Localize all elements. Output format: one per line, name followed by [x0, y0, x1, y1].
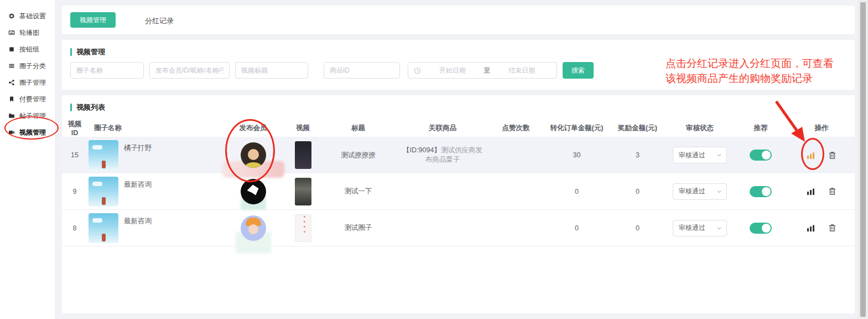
order-amount-cell: 0 [545, 173, 609, 209]
circle-name-input[interactable] [70, 62, 144, 79]
status-select[interactable]: 审核通过 [673, 220, 727, 236]
sidebar-item-post-management[interactable]: 帖子管理 [0, 107, 55, 124]
recommend-toggle[interactable] [750, 186, 772, 197]
scrollbar-thumb[interactable] [860, 2, 866, 317]
delete-icon[interactable] [828, 151, 837, 160]
likes-cell [487, 173, 545, 209]
member-input[interactable] [149, 62, 230, 79]
dividend-chart-icon[interactable] [806, 187, 815, 196]
status-cell: 审核通过 [667, 173, 733, 209]
circle-thumbnail [89, 140, 118, 170]
circle-thumbnail [89, 213, 118, 243]
video-thumbnail[interactable] [295, 178, 311, 205]
ops-cell [788, 173, 855, 209]
table-header-row: 视频ID 圈子名称 发布会员 视频 标题 关联商品 点赞次数 转化订单金额(元)… [62, 119, 855, 137]
member-avatar [241, 179, 266, 204]
sidebar-item-video-management[interactable]: 视频管理 [0, 124, 55, 141]
reward-amount-cell: 3 [609, 137, 667, 173]
recommend-cell [733, 137, 788, 173]
video-title-input[interactable] [235, 62, 308, 79]
list-icon [8, 62, 15, 70]
circle-name: 最新咨询 [124, 180, 152, 189]
tab-video-management[interactable]: 视频管理 [70, 12, 116, 28]
filters-row: 开始日期 至 结束日期 搜索 [62, 62, 594, 79]
video-cell [288, 137, 318, 173]
reward-amount-cell: 0 [609, 173, 667, 209]
sidebar-item-payment-management[interactable]: 付费管理 [0, 91, 55, 107]
tabs-card: 视频管理 分红记录 [62, 6, 855, 34]
title-cell: 测试圈子 [318, 210, 398, 246]
tab-dividend-records[interactable]: 分红记录 [145, 16, 174, 26]
likes-cell [487, 210, 545, 246]
sidebar-item-basic-settings[interactable]: 基础设置 [0, 8, 55, 24]
col-header: 推荐 [733, 119, 788, 137]
circle-cell: 最新咨询 [87, 173, 219, 209]
green-bar-decor [70, 48, 72, 56]
sidebar-item-label: 基础设置 [19, 12, 46, 21]
status-cell: 审核通过 [667, 137, 733, 173]
sidebar-item-circle-category[interactable]: 圈子分类 [0, 58, 55, 74]
col-header: 视频ID [62, 119, 87, 137]
chevron-down-icon [716, 152, 722, 158]
title-cell: 测试撩撩撩 [318, 137, 398, 173]
product-id-input[interactable] [324, 62, 400, 79]
status-select[interactable]: 审核通过 [673, 147, 727, 163]
member-avatar [241, 215, 266, 241]
order-amount-cell: 30 [545, 137, 609, 173]
sidebar-item-label: 付费管理 [19, 95, 46, 104]
col-header: 发布会员 [219, 119, 288, 137]
circle-name: 最新咨询 [124, 217, 152, 226]
delete-icon[interactable] [828, 187, 837, 196]
bookmark-icon [8, 95, 15, 103]
order-amount-cell: 0 [545, 210, 609, 246]
reward-amount-cell: 0 [609, 210, 667, 246]
recommend-cell [733, 173, 788, 209]
member-cell [219, 173, 288, 209]
sidebar-item-label: 帖子管理 [19, 111, 46, 121]
image-icon [8, 29, 15, 37]
table-row: 9 最新咨询 测试一下 0 0 审核通过 [62, 173, 855, 210]
status-select[interactable]: 审核通过 [673, 183, 727, 200]
col-header: 点赞次数 [487, 119, 545, 137]
video-thumbnail[interactable] [295, 214, 311, 242]
sidebar-item-button-group[interactable]: 按钮组 [0, 41, 55, 58]
video-thumbnail[interactable] [295, 141, 311, 169]
dividend-chart-icon[interactable] [806, 151, 815, 160]
product-cell: 【ID:9094】测试供应商发布商品栗子 [398, 137, 487, 173]
col-header: 审核状态 [667, 119, 733, 137]
ops-cell [788, 137, 855, 173]
date-range-picker[interactable]: 开始日期 至 结束日期 [408, 62, 557, 79]
product-id: 【ID:9094】 [403, 146, 441, 154]
recommend-cell [733, 210, 788, 246]
folder-icon [8, 112, 15, 120]
video-id-cell: 8 [62, 210, 87, 246]
circle-cell: 橘子打野 [87, 137, 219, 173]
col-header: 奖励金额(元) [609, 119, 667, 137]
sidebar-item-carousel[interactable]: 轮播图 [0, 24, 55, 41]
recommend-toggle[interactable] [750, 150, 772, 161]
video-id-cell: 9 [62, 173, 87, 209]
clock-icon [414, 67, 421, 74]
video-cell [288, 173, 318, 209]
start-date-placeholder: 开始日期 [423, 66, 482, 75]
table-section-title: 视频列表 [62, 95, 855, 112]
title-cell: 测试一下 [318, 173, 398, 209]
col-header: 操作 [788, 119, 855, 137]
video-camera-icon [8, 128, 15, 136]
table-row: 8 最新咨询 测试圈子 0 0 审核通过 [62, 210, 855, 246]
end-date-placeholder: 结束日期 [493, 66, 552, 75]
sidebar-item-circle-management[interactable]: 圈子管理 [0, 74, 55, 91]
circle-cell: 最新咨询 [87, 210, 219, 246]
sidebar-item-label: 按钮组 [19, 45, 39, 54]
circle-name: 橘子打野 [124, 143, 152, 153]
delete-icon[interactable] [828, 223, 837, 233]
chevron-down-icon [716, 189, 722, 194]
annotation-line: 该视频商品产生的购物奖励记录 [666, 71, 865, 86]
search-button[interactable]: 搜索 [563, 62, 594, 79]
product-cell [398, 210, 487, 246]
recommend-toggle[interactable] [750, 223, 772, 234]
ops-cell [788, 210, 855, 246]
col-header: 转化订单金额(元) [545, 119, 609, 137]
dividend-chart-icon[interactable] [806, 223, 815, 233]
vertical-scrollbar[interactable] [858, 0, 868, 319]
